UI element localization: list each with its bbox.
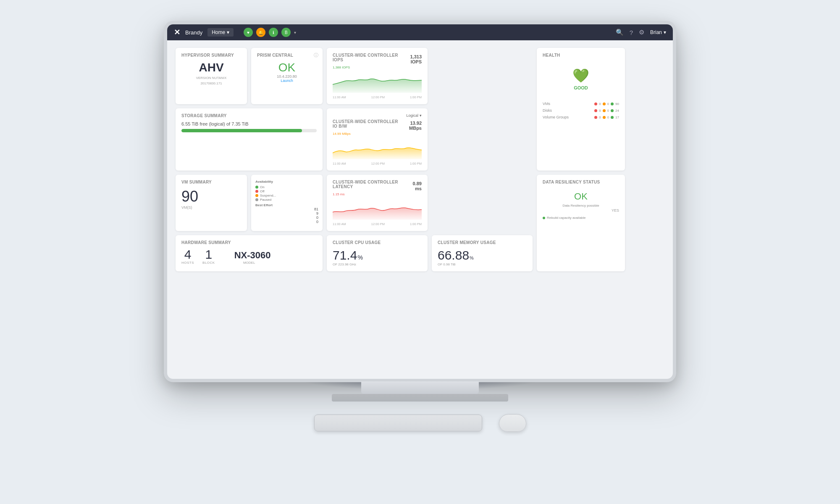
bell-icon[interactable]: 🔔 <box>256 28 265 37</box>
vm-suspended-dot <box>255 194 258 197</box>
hosts-count: 4 <box>184 248 192 261</box>
rebuild-note: Rebuild capacity available <box>543 216 619 220</box>
info-icon[interactable]: ℹ <box>269 28 278 37</box>
io-bw-chart <box>333 138 422 159</box>
health-stats: VMs 0 0 90 Disks <box>543 100 619 121</box>
storage-title: Storage Summary <box>181 113 317 118</box>
health-title: Health <box>543 53 619 58</box>
blocks-stat: 1 BLOCK <box>202 248 215 265</box>
health-status: GOOD <box>574 85 588 90</box>
prism-info-icon[interactable]: ⓘ <box>314 52 318 58</box>
vm-off-label: Off <box>260 189 265 193</box>
b-icon[interactable]: B <box>281 28 291 37</box>
blocks-label: BLOCK <box>202 261 215 265</box>
vms-green-count: 90 <box>615 102 619 106</box>
prism-card: Prism Central ⓘ OK 10.4.220.80 Launch <box>251 48 323 104</box>
vm-unit-label: VM(S) <box>181 205 241 210</box>
prism-status: OK <box>257 61 317 74</box>
dot-green <box>611 102 614 105</box>
io-bw-times: 11:00 AM 12:00 PM 1:00 PM <box>333 162 422 165</box>
health-disks-row: Disks 0 0 24 <box>543 107 619 114</box>
vm-off-dot <box>255 190 258 193</box>
cpu-card: Cluster CPU Usage 71.4 % OF 223.98 GHz <box>327 235 428 271</box>
vg-red-count: 0 <box>599 116 601 119</box>
health-disks-dots: 0 0 24 <box>594 109 619 113</box>
hardware-card: Hardware Summary 4 HOSTS 1 BLOCK NX-3060… <box>176 235 323 271</box>
resiliency-status: OK <box>543 191 619 202</box>
memory-sub: OF 0.98 TiB <box>438 262 527 266</box>
dot-red <box>594 102 597 105</box>
user-button[interactable]: Brian ▾ <box>650 29 666 35</box>
best-val3: 0 <box>255 215 318 220</box>
status-icons: ♥ 🔔 ℹ B ▾ <box>244 28 296 37</box>
health-heart-icon: 💚 <box>572 68 589 84</box>
vm-paused-label: Paused <box>260 198 271 202</box>
question-icon[interactable]: ? <box>630 29 633 36</box>
vm-suspended-label: Suspend... <box>260 194 276 197</box>
memory-title: Cluster Memory Usage <box>438 240 527 245</box>
blocks-count: 1 <box>205 248 213 261</box>
cpu-value: 71.4 <box>333 248 357 262</box>
health-vms-dots: 0 0 90 <box>594 102 619 106</box>
main-content: Hypervisor Summary AHV VERSION NUTANIX 2… <box>167 40 673 279</box>
mouse <box>499 414 526 432</box>
vm-on-label: On <box>260 185 265 189</box>
iops-chart-label: 1,388 IOPS <box>333 66 422 69</box>
nav-right: 🔍 ? ⚙ Brian ▾ <box>616 29 666 36</box>
latency-card: Cluster-wide Controller Latency 0.89 ms … <box>327 175 428 231</box>
storage-bar-bg <box>181 129 317 132</box>
prism-title: Prism Central <box>257 53 317 58</box>
io-bw-card: Logical▾ Cluster-wide Controller IO B/W … <box>327 108 428 171</box>
nav-left: ✕ Brandy Home ▾ ♥ 🔔 ℹ <box>174 28 296 37</box>
vm-stats-card: Availability On Off Suspend... Paused <box>251 175 323 231</box>
storage-free-text: 6.55 TiB free (logical) of 7.35 TiB <box>181 121 317 126</box>
monitor-stand <box>361 381 479 394</box>
vm-title: VM Summary <box>181 180 241 184</box>
vm-availability-label: Availability <box>255 180 318 184</box>
hardware-model-label: MODEL <box>228 261 271 265</box>
cpu-sub: OF 223.98 GHz <box>333 262 422 266</box>
home-label: Home <box>212 29 225 35</box>
hypervisor-title: Hypervisor Summary <box>181 53 241 58</box>
user-dropdown-icon: ▾ <box>664 29 666 35</box>
memory-value: 66.88 <box>438 248 469 262</box>
latency-chart-label: 1.15 ms <box>333 192 422 196</box>
health-vms-row: VMs 0 0 90 <box>543 100 619 107</box>
iops-times: 11:00 AM 12:00 PM 1:00 PM <box>333 95 422 99</box>
hypervisor-version1: VERSION NUTANIX <box>181 76 241 80</box>
health-vg-row: Volume Groups 0 0 17 <box>543 114 619 121</box>
disk-dot-green <box>611 109 614 112</box>
io-bw-value: 13.92 MBps <box>400 121 422 131</box>
hardware-title: Hardware Summary <box>181 240 317 245</box>
prism-launch-link[interactable]: Launch <box>257 79 317 83</box>
health-card: Health 💚 GOOD VMs 0 0 90 <box>537 48 625 171</box>
home-nav[interactable]: Home ▾ <box>207 28 234 37</box>
disk-dot-red <box>594 109 597 112</box>
storage-bar-fill <box>181 129 302 132</box>
rebuild-dot <box>543 217 545 219</box>
best-effort-section: Best Effort 81 9 0 0 <box>255 203 318 224</box>
resiliency-sub: Data Resiliency possible <box>543 204 619 207</box>
health-vg-label: Volume Groups <box>543 115 569 119</box>
iops-title: Cluster-wide Controller IOPS <box>333 53 401 62</box>
best-effort-label: Best Effort <box>255 203 318 207</box>
search-icon[interactable]: 🔍 <box>616 29 624 36</box>
hardware-numbers: 4 HOSTS 1 BLOCK NX-3060 MODEL <box>181 248 317 265</box>
resiliency-title: Data Resiliency Status <box>543 180 619 184</box>
keyboard-mouse-area <box>314 414 526 432</box>
user-name: Brian <box>650 29 662 35</box>
health-icon[interactable]: ♥ <box>244 28 253 37</box>
io-bw-chart-label: 14.99 MBps <box>333 132 422 136</box>
storage-card: Storage Summary 6.55 TiB free (logical) … <box>176 108 323 171</box>
nav-dropdown-icon[interactable]: ▾ <box>294 30 296 35</box>
disks-green-count: 24 <box>615 109 619 113</box>
vm-paused-dot <box>255 198 258 201</box>
best-val2: 9 <box>255 211 318 215</box>
io-dropdown[interactable]: Logical▾ <box>333 113 422 118</box>
disks-red-count: 0 <box>599 109 601 113</box>
vm-on-dot <box>255 186 258 189</box>
logo-icon[interactable]: ✕ <box>174 28 180 37</box>
rebuild-text: Rebuild capacity available <box>547 216 586 220</box>
disk-dot-yellow <box>603 109 606 112</box>
gear-icon[interactable]: ⚙ <box>639 29 644 36</box>
